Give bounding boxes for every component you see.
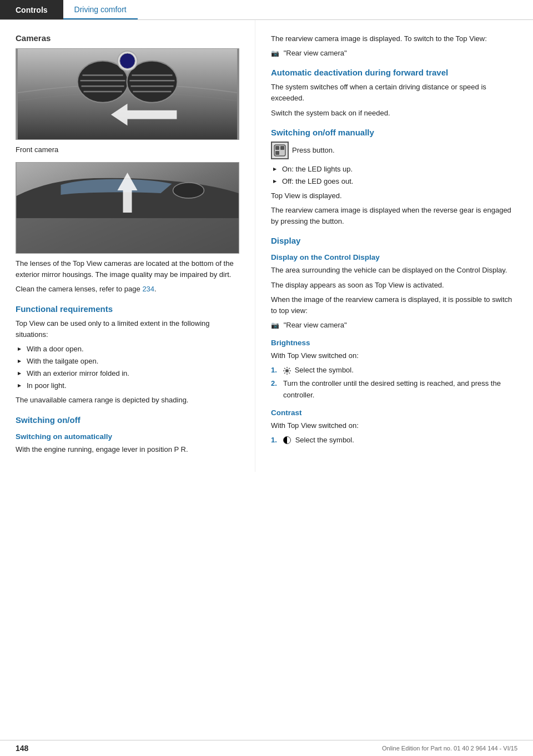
bullet-tailgate: With the tailgate open. xyxy=(16,356,239,367)
svg-rect-15 xyxy=(17,218,239,254)
svg-line-30 xyxy=(284,372,285,374)
svg-rect-21 xyxy=(275,151,279,155)
contrast-step-1: 1. Select the symbol. xyxy=(271,435,517,446)
display-text3: When the image of the rearview camera is… xyxy=(271,294,517,316)
contrast-intro: With Top View switched on: xyxy=(271,420,517,431)
controls-tab[interactable]: Controls xyxy=(0,0,63,19)
switching-on-off-title: Switching on/off xyxy=(16,415,239,425)
right-column: The rearview camera image is displayed. … xyxy=(255,20,533,472)
rearview-reverse-text: The rearview camera image is displayed w… xyxy=(271,205,517,227)
contrast-icon xyxy=(283,436,291,444)
front-camera-label: Front camera xyxy=(16,144,239,155)
top-view-camera-image xyxy=(16,162,239,254)
page-ref-link[interactable]: 234 xyxy=(142,285,154,293)
display-title: Display xyxy=(271,236,517,245)
camera-icon: 📷 xyxy=(271,48,279,59)
svg-point-12 xyxy=(120,53,135,69)
auto-deactivation-title: Automatic deactivation during forward tr… xyxy=(271,68,517,77)
brightness-title: Brightness xyxy=(271,339,517,347)
manual-switch-button-icon xyxy=(271,142,289,159)
driving-comfort-label: Driving comfort xyxy=(74,5,127,14)
switching-manually-title: Switching on/off manually xyxy=(271,128,517,137)
bullet-on-led: On: the LED lights up. xyxy=(271,164,517,175)
switching-on-auto-subtitle: Switching on automatically xyxy=(16,432,239,441)
page-header: Controls Driving comfort xyxy=(0,0,533,20)
page-footer: 148 Online Edition for Part no. 01 40 2 … xyxy=(0,740,533,756)
footer-copyright: Online Edition for Part no. 01 40 2 964 … xyxy=(382,745,517,752)
press-button-row: Press button. xyxy=(271,142,517,159)
svg-rect-19 xyxy=(275,146,279,150)
svg-line-28 xyxy=(289,372,290,374)
svg-point-22 xyxy=(285,369,289,372)
left-column: Cameras xyxy=(0,20,255,472)
clean-lenses-text: Clean the camera lenses, refer to page 2… xyxy=(16,284,239,295)
controls-label: Controls xyxy=(16,6,48,14)
contrast-steps-list: 1. Select the symbol. xyxy=(271,435,517,446)
top-view-description: The lenses of the Top View cameras are l… xyxy=(16,258,239,280)
main-content: Cameras xyxy=(0,20,533,472)
brightness-steps-list: 1. Select the symbol. xyxy=(271,365,517,400)
svg-point-16 xyxy=(173,183,204,198)
cameras-title: Cameras xyxy=(16,33,239,43)
front-camera-image xyxy=(16,48,239,140)
bullet-mirror: With an exterior mirror folded in. xyxy=(16,368,239,379)
rearview-display-text: The rearview camera image is displayed. … xyxy=(271,33,517,44)
display-icon-line: 📷 "Rear view camera" xyxy=(271,320,517,331)
brightness-intro: With Top View switched on: xyxy=(271,350,517,361)
svg-line-27 xyxy=(284,368,285,369)
driving-comfort-tab[interactable]: Driving comfort xyxy=(63,0,138,19)
unavailable-range-text: The unavailable camera range is depicted… xyxy=(16,395,239,406)
auto-deactivation-text2: Switch the system back on if needed. xyxy=(271,108,517,119)
bullet-off-led: Off: the LED goes out. xyxy=(271,176,517,187)
functional-bullets-list: With a door open. With the tailgate open… xyxy=(16,344,239,392)
contrast-title: Contrast xyxy=(271,409,517,417)
svg-line-29 xyxy=(289,368,290,369)
brightness-step-2: 2. Turn the controller until the desired… xyxy=(271,378,517,400)
display-text1: The area surrounding the vehicle can be … xyxy=(271,265,517,276)
press-button-text: Press button. xyxy=(292,146,335,154)
top-view-displayed-text: Top View is displayed. xyxy=(271,190,517,201)
display-control-subtitle: Display on the Control Display xyxy=(271,253,517,261)
functional-requirements-title: Functional requirements xyxy=(16,304,239,314)
functional-intro: Top View can be used only to a limited e… xyxy=(16,318,239,340)
switching-on-auto-text: With the engine running, engage lever in… xyxy=(16,444,239,455)
brightness-step-1: 1. Select the symbol. xyxy=(271,365,517,376)
bullet-light: In poor light. xyxy=(16,380,239,391)
bullet-door: With a door open. xyxy=(16,344,239,355)
led-bullets-list: On: the LED lights up. Off: the LED goes… xyxy=(271,164,517,187)
auto-deactivation-text1: The system switches off when a certain d… xyxy=(271,82,517,104)
sun-icon xyxy=(283,367,291,375)
rearview-icon-line: 📷 "Rear view camera" xyxy=(271,48,517,59)
camera-icon-2: 📷 xyxy=(271,320,279,331)
page-number: 148 xyxy=(16,744,28,753)
svg-rect-20 xyxy=(280,146,284,150)
display-text2: The display appears as soon as Top View … xyxy=(271,280,517,291)
